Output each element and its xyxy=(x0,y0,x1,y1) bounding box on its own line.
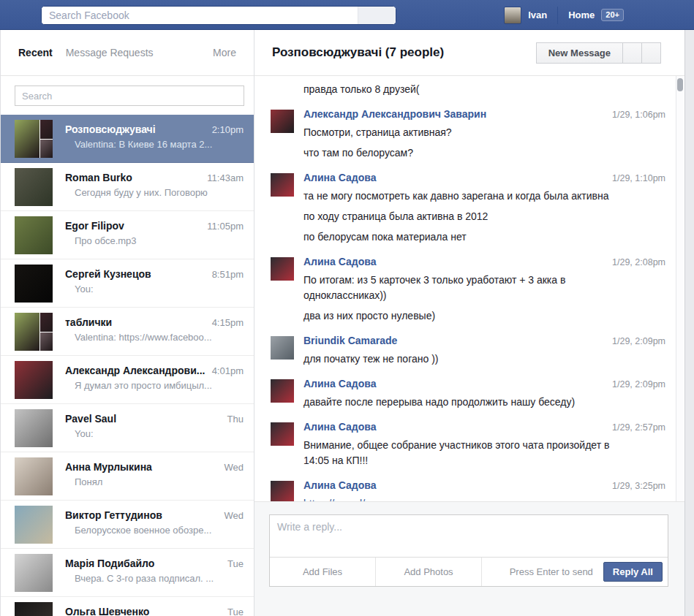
chat-title: Розповсюджувачі (7 people) xyxy=(272,45,536,60)
message-groups: Александр Александрович Заварин 1/29, 1:… xyxy=(271,108,665,501)
message-author[interactable]: Briundik Camarade xyxy=(303,335,397,346)
conversation-time: Tue xyxy=(227,558,244,569)
conversation-avatar xyxy=(15,554,53,592)
message-timestamp: 1/29, 2:09pm xyxy=(612,379,665,389)
message-author[interactable]: Алина Садова xyxy=(303,421,376,433)
conversation-avatar xyxy=(15,361,53,399)
reply-textarea[interactable] xyxy=(270,515,668,557)
message-author[interactable]: Александр Александрович Заварин xyxy=(303,108,486,120)
conversation-snippet: Valentina: https://www.faceboo... xyxy=(65,332,244,343)
conversation-list-item[interactable]: Виктор Геттудинов Wed Белорусское военно… xyxy=(1,501,254,549)
messages-scrollbar[interactable] xyxy=(676,76,684,501)
conversation-sidebar: Recent Message Requests More Розповсюджу… xyxy=(1,30,254,616)
conversation-list-item[interactable]: Анна Мурлыкина Wed Понял xyxy=(1,452,254,501)
conversation-list-item[interactable]: Марія Подибайло Tue Вчера. С 3-го раза п… xyxy=(1,549,254,597)
conversation-time: 4:01pm xyxy=(212,365,244,376)
conversation-main: Pavel Saul Thu You: xyxy=(53,409,244,447)
conversation-name: Виктор Геттудинов xyxy=(65,509,220,521)
conversation-main: Сергей Кузнецов 8:51pm You: xyxy=(53,265,244,303)
reply-input-wrap xyxy=(270,515,668,557)
tab-more[interactable]: More xyxy=(213,47,236,58)
home-link[interactable]: Home xyxy=(568,9,595,20)
add-photos-button[interactable]: Add Photos xyxy=(376,558,482,586)
message-group: Briundik Camarade 1/29, 2:09pm для почат… xyxy=(271,335,665,367)
message-author[interactable]: Алина Садова xyxy=(303,378,376,389)
tab-message-requests[interactable]: Message Requests xyxy=(66,47,154,58)
add-files-button[interactable]: Add Files xyxy=(270,558,376,586)
message-author[interactable]: Алина Садова xyxy=(303,256,376,267)
message-body: Алина Садова 1/29, 2:57pm Внимание, обще… xyxy=(294,421,665,468)
new-message-button[interactable]: New Message xyxy=(536,42,623,64)
conversation-snippet: You: xyxy=(65,428,244,439)
tab-recent[interactable]: Recent xyxy=(18,47,53,58)
conversation-avatar xyxy=(15,168,53,206)
message-avatar[interactable] xyxy=(271,257,294,281)
conversation-list-item[interactable]: Александр Александрови... 4:01pm Я думал… xyxy=(1,356,254,404)
messages-scrollbar-thumb[interactable] xyxy=(677,78,683,91)
conversation-time: Wed xyxy=(225,510,244,521)
reply-all-button[interactable]: Reply All xyxy=(603,562,663,582)
conversation-name: Сергей Кузнецов xyxy=(65,268,208,280)
conversation-avatar xyxy=(15,313,53,351)
conversation-list-item[interactable]: Pavel Saul Thu You: xyxy=(1,404,254,452)
message-body: Алина Садова 1/29, 2:08pm По итогам: из … xyxy=(294,256,665,324)
message-list: правда только 8 друзей( Александр Алекса… xyxy=(254,76,684,501)
conversation-name: Roman Burko xyxy=(65,172,203,183)
message-text: правда только 8 друзей( xyxy=(271,82,665,97)
message-avatar[interactable] xyxy=(271,379,294,403)
message-timestamp: 1/29, 2:09pm xyxy=(612,336,665,346)
conversation-name: Розповсюджувачі xyxy=(65,123,208,135)
conversation-main: таблички 4:15pm Valentina: https://www.f… xyxy=(53,313,244,351)
notification-count-badge[interactable]: 20+ xyxy=(601,9,624,21)
message-text: что там по белорусам? xyxy=(303,145,623,161)
conversation-list-item[interactable]: Ольга Шевченко Tue xyxy=(1,597,254,616)
message-text: Внимание, общее собрание участников этог… xyxy=(303,438,623,468)
conversation-main: Анна Мурлыкина Wed Понял xyxy=(53,457,244,495)
conversation-list-item[interactable]: Egor Filipov 11:05pm Про обсе.mp3 xyxy=(1,211,254,259)
message-group: Алина Садова 1/29, 2:09pm давайте после … xyxy=(271,378,665,410)
message-avatar[interactable] xyxy=(271,110,294,133)
conversation-list-item[interactable]: Сергей Кузнецов 8:51pm You: xyxy=(1,259,254,308)
conversation-main: Розповсюджувачі 2:10pm Valentina: В Киев… xyxy=(53,120,244,158)
conversation-name: Александр Александрови... xyxy=(65,365,208,376)
user-name-link[interactable]: Ivan xyxy=(528,9,547,20)
message-timestamp: 1/29, 2:08pm xyxy=(612,257,665,267)
conversation-list-item[interactable]: таблички 4:15pm Valentina: https://www.f… xyxy=(1,308,254,356)
search-button[interactable] xyxy=(358,7,396,24)
message-avatar[interactable] xyxy=(271,173,294,197)
message-body: Алина Садова 1/29, 1:10pm та не могу пос… xyxy=(294,172,665,245)
reply-toolbar: Add Files Add Photos Press Enter to send… xyxy=(270,557,668,586)
message-body: Briundik Camarade 1/29, 2:09pm для почат… xyxy=(294,335,665,367)
message-link[interactable]: https://goo.gl/ xyxy=(303,496,623,501)
conversation-main: Марія Подибайло Tue Вчера. С 3-го раза п… xyxy=(53,554,244,592)
message-timestamp: 1/29, 1:06pm xyxy=(612,110,665,120)
conversation-avatar xyxy=(15,409,53,447)
conversation-list-item[interactable]: Roman Burko 11:43am Сегодня буду у них. … xyxy=(1,163,254,211)
message-timestamp: 1/29, 2:57pm xyxy=(612,422,665,433)
conversation-name: Ольга Шевченко xyxy=(65,606,223,616)
conversation-time: 11:05pm xyxy=(207,221,244,232)
conversation-avatar xyxy=(15,457,53,495)
conversation-search-input[interactable] xyxy=(15,85,244,106)
message-group: Александр Александрович Заварин 1/29, 1:… xyxy=(271,108,665,161)
conversation-main: Виктор Геттудинов Wed Белорусское военно… xyxy=(53,506,244,544)
conversation-snippet: You: xyxy=(65,284,244,294)
message-timestamp: 1/29, 1:10pm xyxy=(612,173,665,183)
message-avatar[interactable] xyxy=(271,336,294,360)
message-avatar[interactable] xyxy=(271,422,294,446)
message-author[interactable]: Алина Садова xyxy=(303,479,376,491)
message-author[interactable]: Алина Садова xyxy=(303,172,376,183)
facebook-search-input[interactable] xyxy=(42,7,356,24)
conversation-snippet: Белорусское военное обозре... xyxy=(65,525,244,536)
conversation-avatar xyxy=(15,216,53,254)
message-text: два из них просто нулевые) xyxy=(303,308,623,324)
message-timestamp: 1/29, 3:25pm xyxy=(612,481,665,491)
conversation-name: Egor Filipov xyxy=(65,220,203,232)
message-avatar[interactable] xyxy=(271,481,294,501)
header-action-button-1[interactable] xyxy=(623,42,642,64)
header-action-button-2[interactable] xyxy=(642,42,661,64)
conversation-list-item[interactable]: Розповсюджувачі 2:10pm Valentina: В Киев… xyxy=(1,115,254,163)
chat-header: Розповсюджувачі (7 people) New Message xyxy=(254,30,684,76)
user-avatar[interactable] xyxy=(504,7,521,24)
conversation-avatar xyxy=(15,265,53,303)
